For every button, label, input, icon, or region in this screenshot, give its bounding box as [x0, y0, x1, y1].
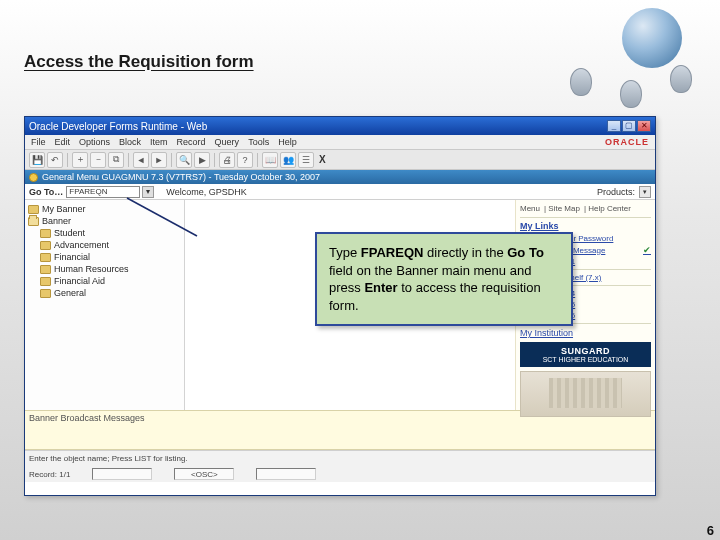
go-to-input[interactable] — [66, 186, 140, 198]
globe-icon — [622, 8, 682, 68]
mouse-icon — [570, 68, 592, 96]
institution-image — [520, 371, 651, 417]
folder-icon — [40, 277, 51, 286]
toolbar-users-icon[interactable]: 👥 — [280, 152, 296, 168]
mouse-icon — [670, 65, 692, 93]
my-institution-link[interactable]: My Institution — [520, 328, 651, 338]
menu-bar: File Edit Options Block Item Record Quer… — [25, 135, 655, 150]
sungard-text: SUNGARD — [524, 346, 647, 356]
menu-item[interactable]: Item — [150, 137, 168, 147]
menu-edit[interactable]: Edit — [55, 137, 71, 147]
toolbar-separator — [171, 153, 172, 167]
record-indicator: Record: 1/1 — [29, 470, 70, 479]
mylinks-header: My Links — [520, 221, 651, 231]
welcome-text: Welcome, GPSDHK — [166, 187, 246, 197]
toolbar-execute-query-icon[interactable]: ▶ — [194, 152, 210, 168]
folder-icon — [40, 265, 51, 274]
tree-item-finaid[interactable]: Financial Aid — [28, 275, 181, 287]
menu-file[interactable]: File — [31, 137, 46, 147]
callout-bold: FPAREQN — [361, 245, 424, 260]
toolbar-copy-icon[interactable]: ⧉ — [108, 152, 124, 168]
globe-decoration — [560, 0, 710, 110]
oracle-forms-window: Oracle Developer Forms Runtime - Web _ ▢… — [24, 116, 656, 496]
tree-label: Advancement — [54, 240, 109, 250]
check-icon: ✔ — [643, 245, 651, 255]
toolbar-prev-icon[interactable]: ◄ — [133, 152, 149, 168]
window-title: Oracle Developer Forms Runtime - Web — [29, 121, 207, 132]
form-titlebar: General Menu GUAGMNU 7.3 (V7TRS7) - Tues… — [25, 170, 655, 184]
instruction-callout: Type FPAREQN directly in the Go To field… — [315, 232, 573, 326]
minimize-button[interactable]: _ — [607, 120, 621, 132]
tree-label: General — [54, 288, 86, 298]
menu-help[interactable]: Help — [278, 137, 297, 147]
tree-item-hr[interactable]: Human Resources — [28, 263, 181, 275]
toolbar-separator — [214, 153, 215, 167]
products-dropdown-icon[interactable]: ▾ — [639, 186, 651, 198]
toolbar-insert-icon[interactable]: ＋ — [72, 152, 88, 168]
folder-icon — [40, 229, 51, 238]
status-bar-message: Enter the object name; Press LIST for li… — [25, 450, 655, 466]
folder-open-icon — [28, 217, 39, 226]
toolbar-rollback-icon[interactable]: ↶ — [47, 152, 63, 168]
toolbar-next-icon[interactable]: ► — [151, 152, 167, 168]
tab-sitemap[interactable]: Site Map — [548, 204, 580, 213]
oracle-logo: ORACLE — [605, 137, 649, 147]
center-panel: Type FPAREQN directly in the Go To field… — [185, 200, 515, 410]
tree-item-student[interactable]: Student — [28, 227, 181, 239]
tree-label: Financial — [54, 252, 90, 262]
callout-bold: Enter — [364, 280, 397, 295]
tree-label: Financial Aid — [54, 276, 105, 286]
close-button[interactable]: ✕ — [637, 120, 651, 132]
slide-number: 6 — [707, 523, 714, 538]
go-to-dropdown-icon[interactable]: ▾ — [142, 186, 154, 198]
menu-query[interactable]: Query — [215, 137, 240, 147]
main-panel: Type FPAREQN directly in the Go To field… — [185, 200, 655, 410]
toolbar-print-icon[interactable]: 🖨 — [219, 152, 235, 168]
toolbar-help-icon[interactable]: ? — [237, 152, 253, 168]
status-bar-record: Record: 1/1 <OSC> — [25, 466, 655, 482]
form-title: General Menu GUAGMNU 7.3 (V7TRS7) - Tues… — [42, 172, 320, 182]
toolbar-remove-icon[interactable]: － — [90, 152, 106, 168]
tab-menu[interactable]: Menu — [520, 204, 540, 213]
tree-item-banner[interactable]: Banner — [28, 215, 181, 227]
toolbar-book-icon[interactable]: 📖 — [262, 152, 278, 168]
tree-item-advancement[interactable]: Advancement — [28, 239, 181, 251]
status-message: Enter the object name; Press LIST for li… — [29, 454, 188, 463]
go-to-label: Go To… — [29, 187, 63, 197]
tree-label: Human Resources — [54, 264, 129, 274]
broadcast-title: Banner Broadcast Messages — [29, 413, 145, 423]
slide-heading: Access the Requisition form — [24, 52, 254, 72]
sungard-logo: SUNGARD SCT HIGHER EDUCATION — [520, 342, 651, 367]
menu-options[interactable]: Options — [79, 137, 110, 147]
toolbar-separator — [128, 153, 129, 167]
tree-item-mybanner[interactable]: My Banner — [28, 203, 181, 215]
menu-tools[interactable]: Tools — [248, 137, 269, 147]
tab-help[interactable]: Help Center — [588, 204, 631, 213]
toolbar-save-icon[interactable]: 💾 — [29, 152, 45, 168]
mouse-icon — [620, 80, 642, 108]
folder-icon — [40, 289, 51, 298]
callout-bold: Go To — [507, 245, 544, 260]
tree-item-financial[interactable]: Financial — [28, 251, 181, 263]
toolbar: 💾 ↶ ＋ － ⧉ ◄ ► 🔍 ▶ 🖨 ? 📖 👥 ☰ X — [25, 150, 655, 170]
window-titlebar[interactable]: Oracle Developer Forms Runtime - Web _ ▢… — [25, 117, 655, 135]
maximize-button[interactable]: ▢ — [622, 120, 636, 132]
toolbar-tree-icon[interactable]: ☰ — [298, 152, 314, 168]
menu-record[interactable]: Record — [177, 137, 206, 147]
sungard-subtext: SCT HIGHER EDUCATION — [524, 356, 647, 363]
toolbar-enter-query-icon[interactable]: 🔍 — [176, 152, 192, 168]
tree-label: My Banner — [42, 204, 86, 214]
nav-tree: My Banner Banner Student Advancement Fin… — [25, 200, 185, 410]
tree-label: Banner — [42, 216, 71, 226]
tree-item-general[interactable]: General — [28, 287, 181, 299]
right-tabs: Menu| Site Map| Help Center — [520, 202, 651, 218]
folder-icon — [28, 205, 39, 214]
status-mode: <OSC> — [174, 468, 234, 480]
menu-block[interactable]: Block — [119, 137, 141, 147]
toolbar-separator — [67, 153, 68, 167]
status-slot — [92, 468, 152, 480]
toolbar-exit-icon[interactable]: X — [319, 154, 326, 165]
callout-text: directly in the — [423, 245, 507, 260]
status-slot — [256, 468, 316, 480]
content-area: My Banner Banner Student Advancement Fin… — [25, 200, 655, 410]
